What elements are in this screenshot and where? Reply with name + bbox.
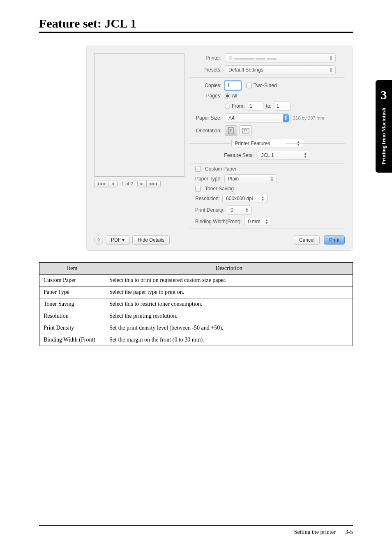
chevron-updown-icon: ▲▼ — [302, 152, 309, 158]
portrait-button[interactable]: P — [225, 125, 237, 136]
table-row: Binding Width (Front)Set the margin on t… — [39, 334, 353, 346]
prev-icon: ◀ — [108, 180, 117, 187]
print-density-value: 0 — [231, 207, 233, 213]
print-density-select[interactable]: 0 ▲▼ — [227, 205, 251, 215]
print-density-label: Print Density: — [195, 207, 224, 213]
prev-buttons[interactable]: ▮◀◀◀ — [94, 180, 118, 187]
presets-label: Presets: — [189, 67, 225, 73]
resolution-value: 600x600 dpi — [226, 196, 253, 201]
portrait-icon: P — [228, 127, 234, 134]
custom-paper-label: Custom Paper — [205, 166, 237, 172]
first-icon: ▮◀◀ — [95, 180, 108, 187]
resolution-select[interactable]: 600x600 dpi ▲▼ — [222, 194, 267, 203]
landscape-button[interactable]: P — [240, 125, 252, 136]
last-icon: ▶▶▮ — [146, 180, 160, 187]
print-button[interactable]: Print — [324, 235, 345, 245]
page-heading: Feature set: JCL 1 — [39, 16, 353, 30]
preview-border — [94, 53, 184, 177]
paper-type-select[interactable]: Plain ▲▼ — [224, 174, 277, 183]
printer-label: Printer: — [189, 55, 225, 61]
feature-sets-select[interactable]: JCL 1 ▲▼ — [258, 151, 310, 160]
toner-saving-checkbox[interactable] — [195, 186, 201, 192]
chevron-updown-icon: ▲▼ — [328, 55, 334, 61]
svg-text:P: P — [230, 129, 233, 133]
chevron-updown-icon: ▲▼ — [283, 114, 289, 122]
chevron-updown-icon: ▲▼ — [269, 176, 275, 182]
footer-page: 3-5 — [345, 529, 353, 535]
help-button[interactable]: ? — [94, 235, 103, 245]
paper-size-value: A4 — [228, 115, 235, 121]
th-item: Item — [39, 263, 105, 275]
custom-paper-checkbox[interactable] — [195, 166, 201, 172]
table-row: ResolutionSelect the printing resolution… — [39, 310, 353, 322]
resolution-label: Resolution: — [195, 196, 220, 201]
paper-type-label: Paper Type: — [195, 176, 222, 182]
page-footer: Setting the printer 3-5 — [39, 525, 353, 536]
chapter-number: 3 — [381, 88, 387, 102]
table-row: Paper TypeSelect the paper type to print… — [39, 286, 353, 298]
next-icon: ▶ — [138, 180, 146, 187]
binding-width-label: Binding Width(Front): — [195, 219, 242, 224]
landscape-icon: P — [242, 128, 249, 134]
svg-text:P: P — [244, 129, 247, 133]
chevron-updown-icon: ▲▼ — [260, 196, 266, 201]
presets-value: Default Settings — [228, 67, 263, 73]
to-label: to: — [266, 103, 271, 109]
from-label: From: — [232, 103, 244, 109]
feature-sets-label: Feature Sets: — [224, 152, 254, 158]
chevron-updown-icon: ▲▼ — [295, 141, 302, 146]
preview-area — [94, 53, 184, 177]
toner-saving-label: Toner Saving — [205, 186, 234, 192]
binding-width-select[interactable]: 0 mm ▲▼ — [244, 217, 271, 226]
table-row: Print DensitySet the print density level… — [39, 322, 353, 334]
chapter-title: Printing from Macintosh — [380, 108, 387, 164]
chevron-updown-icon: ▲▼ — [263, 219, 270, 224]
table-row: Custom PaperSelect this to print on regi… — [39, 275, 353, 286]
chapter-tab: 3 Printing from Macintosh — [376, 80, 392, 173]
feature-sets-value: JCL 1 — [261, 152, 274, 158]
from-input[interactable]: 1 — [247, 102, 263, 111]
copies-label: Copies: — [189, 83, 225, 88]
th-desc: Description — [105, 263, 353, 275]
pages-all-radio[interactable] — [225, 93, 230, 99]
paper-type-value: Plain — [228, 176, 239, 182]
orientation-label: Orientation: — [189, 128, 225, 134]
cancel-button[interactable]: Cancel — [294, 235, 320, 245]
pages-all-label: All — [232, 93, 237, 99]
print-dialog: ▮◀◀◀ 1 of 2 ▶▶▶▮ Printer: ⚙ ▬▬▬▬ ▬▬ ▬▬ ▲… — [86, 46, 353, 251]
section-value: Printer Features — [235, 141, 270, 146]
paper-dims: 210 by 297 mm — [293, 115, 324, 120]
section-select[interactable]: Printer Features ▲▼ — [231, 139, 303, 148]
printer-value: ⚙ ▬▬▬▬ ▬▬ ▬▬ — [228, 55, 277, 61]
heading-rule — [39, 32, 353, 34]
presets-select[interactable]: Default Settings ▲▼ — [225, 65, 336, 74]
copies-input[interactable]: 1 — [225, 81, 241, 90]
footer-section: Setting the printer — [294, 529, 336, 535]
pdf-button[interactable]: PDF ▾ — [106, 235, 130, 245]
pages-label: Pages: — [189, 93, 225, 99]
table-row: Toner SavingSelect this to restrict tone… — [39, 298, 353, 310]
pages-range-radio[interactable] — [225, 104, 230, 109]
info-table: Item Description Custom PaperSelect this… — [39, 262, 353, 346]
pager-text: 1 of 2 — [122, 181, 133, 186]
two-sided-label: Two-Sided — [254, 83, 277, 88]
to-input[interactable]: 1 — [274, 102, 291, 111]
two-sided-checkbox[interactable] — [246, 83, 252, 88]
printer-select[interactable]: ⚙ ▬▬▬▬ ▬▬ ▬▬ ▲▼ — [225, 53, 336, 62]
hide-details-button[interactable]: Hide Details — [132, 235, 170, 245]
chevron-updown-icon: ▲▼ — [328, 67, 334, 73]
paper-size-label: Paper Size: — [189, 115, 225, 121]
next-buttons[interactable]: ▶▶▶▮ — [137, 180, 161, 187]
binding-width-value: 0 mm — [248, 219, 260, 224]
chevron-updown-icon: ▲▼ — [244, 207, 250, 213]
paper-size-select[interactable]: A4 ▲▼ — [225, 113, 291, 122]
